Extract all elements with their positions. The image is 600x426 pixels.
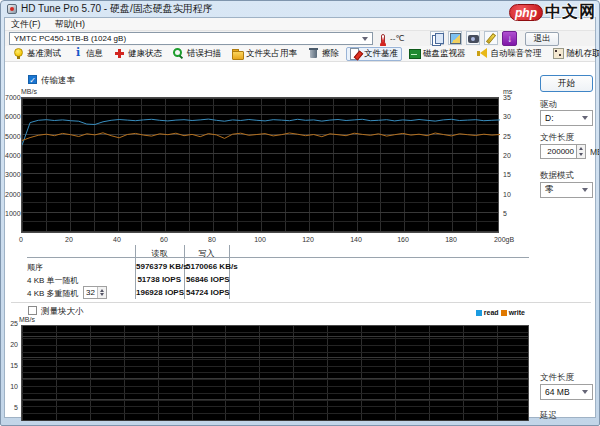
- chart-legend: read write: [476, 309, 525, 316]
- file-length-label: 文件长度: [540, 132, 574, 144]
- toolbar-button-aam[interactable]: 自动噪音管理: [473, 47, 546, 61]
- block-file-length-select[interactable]: 64 MB: [540, 384, 593, 400]
- data-mode-value: 零: [545, 184, 554, 196]
- toolbar-button-random-access[interactable]: 随机存取: [549, 47, 600, 61]
- info-icon: [72, 48, 83, 59]
- disk-monitor-icon: [409, 48, 420, 59]
- stepper-arrows-icon[interactable]: [577, 144, 586, 159]
- y-tick: 5000: [5, 133, 18, 140]
- window-body: 文件(F) 帮助(H) YMTC PC450-1TB-B (1024 gB) -…: [4, 17, 596, 418]
- y2-tick: 30: [503, 113, 511, 120]
- screenshot-button[interactable]: [466, 31, 480, 45]
- menu-file[interactable]: 文件(F): [11, 18, 41, 31]
- x-tick: 80: [197, 236, 227, 243]
- x-tick: 120: [293, 236, 323, 243]
- save-image-button[interactable]: [448, 31, 462, 45]
- x-tick: 180: [436, 236, 466, 243]
- export-button[interactable]: [484, 31, 498, 45]
- y2-tick: 20: [503, 152, 511, 159]
- y2-tick: 5: [503, 210, 507, 217]
- x-tick: 40: [102, 236, 132, 243]
- exit-button[interactable]: 退出: [525, 32, 559, 46]
- block-y-tick: 20: [5, 341, 18, 348]
- chevron-down-icon: [582, 188, 588, 192]
- block-y-tick: 15: [5, 362, 18, 369]
- row-label-4k-single: 4 KB 单一随机: [27, 275, 79, 286]
- section-divider: [11, 302, 591, 303]
- latency-label: 延迟: [540, 410, 557, 422]
- sequential-write-value: 5170066 KB/s: [186, 262, 228, 271]
- watermark: php 中文网: [509, 1, 596, 23]
- file-length-value[interactable]: 200000: [540, 144, 577, 159]
- y-tick: 4000: [5, 152, 18, 159]
- chevron-down-icon: [582, 116, 588, 120]
- quick-actions: ↓: [430, 31, 517, 46]
- toolbar-button-disk-monitor[interactable]: 磁盘监视器: [405, 47, 470, 61]
- toolbar-button-benchmark[interactable]: 基准测试: [9, 47, 65, 61]
- toolbar-button-health[interactable]: 健康状态: [110, 47, 166, 61]
- target-drive-value: D:: [545, 113, 554, 123]
- folder-usage-icon: [232, 48, 243, 59]
- target-drive-select[interactable]: D:: [540, 110, 593, 126]
- sequential-read-value: 5976379 KB/s: [136, 262, 181, 271]
- 4k-multi-read-value: 196928 IOPS: [136, 288, 181, 297]
- file-length-stepper[interactable]: 200000: [540, 144, 586, 159]
- queue-depth-stepper[interactable]: 32: [83, 286, 107, 299]
- menu-help[interactable]: 帮助(H): [55, 18, 86, 31]
- php-logo-badge: php: [509, 4, 543, 21]
- down-arrow-icon: ↓: [507, 33, 512, 44]
- x-tick: 160: [388, 236, 418, 243]
- x-tick: 100: [245, 236, 275, 243]
- health-icon: [114, 48, 125, 59]
- copy-button[interactable]: [430, 31, 444, 45]
- y-axis-unit: MB/s: [21, 88, 37, 95]
- table-divider: [184, 245, 185, 299]
- toolbar-button-erase[interactable]: 擦除: [304, 47, 343, 61]
- block-y-axis-unit: MB/s: [19, 316, 35, 323]
- file-length-unit: MB: [590, 147, 600, 157]
- block-size-label: 测量块大小: [41, 306, 84, 318]
- app-icon: [7, 4, 17, 14]
- stepper-arrows-icon[interactable]: [97, 287, 106, 298]
- queue-depth-value: 32: [84, 287, 97, 298]
- thermometer-icon: [381, 34, 385, 44]
- block-y-tick: 25: [5, 320, 18, 327]
- x-tick: 140: [341, 236, 371, 243]
- block-size-checkbox[interactable]: [28, 306, 37, 315]
- toolbar-button-file-benchmark[interactable]: 文件基准: [346, 47, 402, 61]
- 4k-single-write-value: 56846 IOPS: [186, 275, 228, 284]
- camera-icon: [468, 33, 479, 44]
- block-size-chart: [21, 325, 529, 421]
- block-file-length-label: 文件长度: [540, 372, 574, 384]
- block-y-tick: 5: [5, 404, 18, 411]
- drive-select[interactable]: YMTC PC450-1TB-B (1024 gB): [9, 32, 373, 45]
- transfer-rate-chart: [21, 97, 499, 233]
- block-y-tick: 10: [5, 383, 18, 390]
- chevron-down-icon: [362, 37, 368, 41]
- drive-bar: YMTC PC450-1TB-B (1024 gB) --℃ ↓ 退出: [5, 31, 595, 46]
- transfer-rate-plot: [22, 98, 500, 234]
- write-legend-label: write: [509, 309, 525, 316]
- toolbar-button-info[interactable]: 信息: [68, 47, 107, 61]
- read-legend-swatch: [476, 310, 482, 316]
- y-tick: 7000: [5, 94, 18, 101]
- read-legend-label: read: [484, 309, 499, 316]
- write-legend-swatch: [501, 310, 507, 316]
- transfer-rate-checkbox[interactable]: ✓: [28, 75, 37, 84]
- x-tick: 0: [6, 236, 36, 243]
- download-button[interactable]: ↓: [502, 31, 517, 46]
- temperature-indicator: --℃: [381, 34, 404, 44]
- y-tick: 3000: [5, 171, 18, 178]
- data-mode-select[interactable]: 零: [540, 182, 593, 198]
- file-benchmark-panel: ✓ 传输速率 MB/s 7000 6000 5000 4000 3000 200…: [5, 62, 595, 417]
- toolbar-button-error-scan[interactable]: 错误扫描: [169, 47, 225, 61]
- toolbar-button-folder-usage[interactable]: 文件夹占用率: [228, 47, 301, 61]
- watermark-text: 中文网: [545, 2, 596, 23]
- pencil-icon: [486, 33, 497, 44]
- benchmark-icon: [13, 48, 24, 59]
- block-file-length-value: 64 MB: [545, 387, 570, 397]
- transfer-rate-label: 传输速率: [41, 75, 75, 87]
- x-tick: 60: [149, 236, 179, 243]
- y2-tick: 25: [503, 133, 511, 140]
- start-button[interactable]: 开始: [540, 75, 593, 92]
